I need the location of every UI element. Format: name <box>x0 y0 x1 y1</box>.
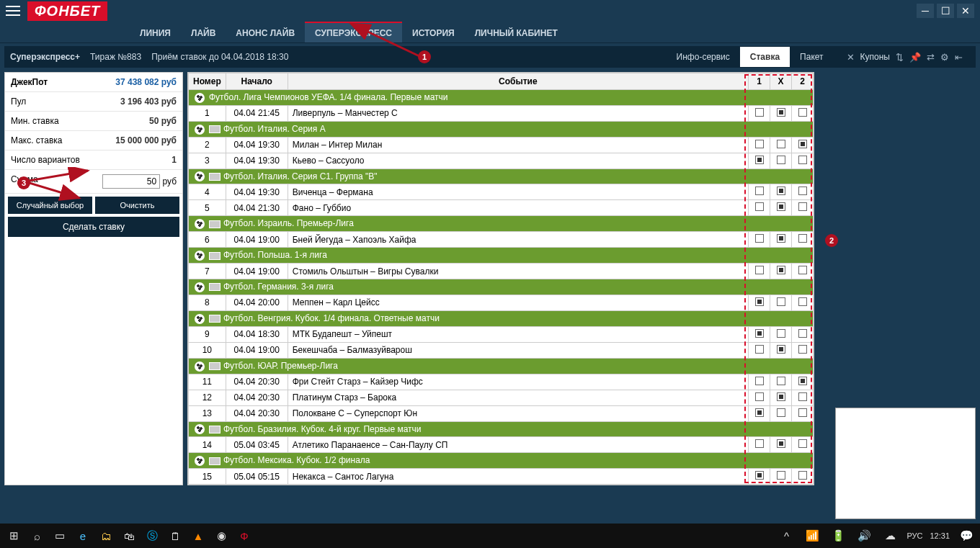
pick-checkbox-2[interactable] <box>798 329 807 338</box>
event-name: Меппен – Карл Цейсс <box>288 295 748 310</box>
event-name: Фри Стейт Старз – Кайзер Чифс <box>288 374 748 390</box>
vlc-icon[interactable]: ▲ <box>189 526 208 545</box>
explorer-icon[interactable]: 🗂 <box>97 526 115 545</box>
start-icon[interactable]: ⊞ <box>4 526 23 545</box>
keyboard-lang[interactable]: РУС <box>906 531 922 540</box>
pick-checkbox-2[interactable] <box>798 266 807 274</box>
pick-checkbox-1[interactable] <box>755 377 764 385</box>
close-button[interactable]: ✕ <box>957 4 974 18</box>
subtab-1[interactable]: Пакет <box>790 47 833 67</box>
sort-icon[interactable]: ⇅ <box>896 52 904 63</box>
pick-checkbox-2[interactable] <box>798 439 807 448</box>
pick-checkbox-x[interactable] <box>777 156 785 164</box>
onedrive-icon[interactable]: ☁ <box>881 526 899 545</box>
notes-icon[interactable]: 🗒 <box>166 526 184 545</box>
pick-checkbox-2[interactable] <box>798 345 807 354</box>
pick-checkbox-2[interactable] <box>798 187 807 195</box>
taskview-icon[interactable]: ▭ <box>50 526 69 545</box>
nav-tab-2[interactable]: АНОНС ЛАЙВ <box>226 22 305 42</box>
pick-checkbox-1[interactable] <box>755 439 764 448</box>
pick-checkbox-2[interactable] <box>798 202 807 211</box>
nav-tab-1[interactable]: ЛАЙВ <box>181 22 226 42</box>
football-icon <box>195 171 205 181</box>
football-icon <box>195 361 205 372</box>
pick-checkbox-1[interactable] <box>755 329 764 338</box>
fonbet-icon[interactable]: Ф <box>235 526 254 545</box>
pick-checkbox-2[interactable] <box>798 108 807 117</box>
pin-icon[interactable]: 📌 <box>909 52 921 63</box>
pick-checkbox-x[interactable] <box>777 408 785 417</box>
info-service-link[interactable]: Инфо-сервис <box>667 47 740 67</box>
clear-button[interactable]: Очистить <box>95 197 179 214</box>
battery-icon[interactable]: 🔋 <box>829 526 847 545</box>
pick-checkbox-x[interactable] <box>777 345 785 354</box>
pick-checkbox-1[interactable] <box>755 297 764 306</box>
event-name: Виченца – Фермана <box>288 184 748 200</box>
pick-checkbox-x[interactable] <box>777 439 785 448</box>
swap-icon[interactable]: ⇄ <box>927 52 935 63</box>
notifications-icon[interactable]: 💬 <box>957 526 976 545</box>
close-icon[interactable]: ✕ <box>847 52 855 63</box>
pick-checkbox-x[interactable] <box>777 187 785 195</box>
pick-checkbox-2[interactable] <box>798 471 807 480</box>
menu-icon[interactable] <box>6 6 20 16</box>
maximize-button[interactable]: ☐ <box>937 4 954 18</box>
pick-checkbox-1[interactable] <box>755 202 764 211</box>
pick-checkbox-x[interactable] <box>777 108 785 117</box>
pick-checkbox-x[interactable] <box>777 329 785 338</box>
pick-checkbox-x[interactable] <box>777 234 785 243</box>
pick-checkbox-2[interactable] <box>798 408 807 417</box>
pick-checkbox-2[interactable] <box>798 234 807 243</box>
store-icon[interactable]: 🛍 <box>120 526 138 545</box>
event-row: 504.04 21:30Фано – Губбио <box>189 200 814 216</box>
wifi-icon[interactable]: 📶 <box>803 526 821 545</box>
pick-checkbox-x[interactable] <box>777 377 785 385</box>
pick-checkbox-2[interactable] <box>798 297 807 306</box>
sum-input[interactable] <box>102 174 160 189</box>
chrome-icon[interactable]: ◉ <box>212 526 231 545</box>
group-row: Футбол. Венгрия. Кубок. 1/4 финала. Отве… <box>189 310 814 326</box>
pick-checkbox-x[interactable] <box>777 297 785 306</box>
random-button[interactable]: Случайный выбор <box>8 197 92 214</box>
tray-chevron-icon[interactable]: ^ <box>777 526 796 545</box>
volume-icon[interactable]: 🔊 <box>855 526 873 545</box>
pick-checkbox-x[interactable] <box>777 266 785 274</box>
pick-checkbox-1[interactable] <box>755 108 764 117</box>
football-icon <box>195 314 205 324</box>
pick-checkbox-2[interactable] <box>798 156 807 164</box>
pick-checkbox-1[interactable] <box>755 156 764 164</box>
pick-checkbox-x[interactable] <box>777 140 785 148</box>
skype-icon[interactable]: Ⓢ <box>143 526 161 545</box>
pick-checkbox-x[interactable] <box>777 202 785 211</box>
collapse-icon[interactable]: ⇤ <box>955 52 963 63</box>
nav-tab-3[interactable]: СУПЕРЭКСПРЕСС <box>305 22 402 42</box>
event-time: 04.04 19:00 <box>226 342 288 358</box>
search-icon[interactable]: ⌕ <box>27 526 46 545</box>
col-start: Начало <box>226 73 288 90</box>
edge-icon[interactable]: e <box>74 526 92 545</box>
pick-checkbox-2[interactable] <box>798 140 807 148</box>
pick-checkbox-1[interactable] <box>755 471 764 480</box>
submit-bet-button[interactable]: Сделать ставку <box>8 217 179 237</box>
pick-checkbox-1[interactable] <box>755 266 764 274</box>
nav-tab-4[interactable]: ИСТОРИЯ <box>402 22 465 42</box>
pick-checkbox-1[interactable] <box>755 187 764 195</box>
nav-tab-5[interactable]: ЛИЧНЫЙ КАБИНЕТ <box>465 22 568 42</box>
subtab-0[interactable]: Ставка <box>740 47 790 67</box>
pick-checkbox-2[interactable] <box>798 377 807 385</box>
pick-checkbox-1[interactable] <box>755 345 764 354</box>
pick-checkbox-1[interactable] <box>755 234 764 243</box>
event-row: 904.04 18:30МТК Будапешт – Уйпешт <box>189 326 814 342</box>
pick-checkbox-1[interactable] <box>755 408 764 417</box>
nav-tab-0[interactable]: ЛИНИЯ <box>130 22 181 42</box>
pick-checkbox-x[interactable] <box>777 471 785 480</box>
clock[interactable]: 12:31 <box>930 531 950 540</box>
event-time: 04.04 18:30 <box>226 326 288 342</box>
minimize-button[interactable]: ─ <box>917 4 934 18</box>
pick-checkbox-x[interactable] <box>777 392 785 401</box>
gear-icon[interactable]: ⚙ <box>940 52 949 63</box>
pick-checkbox-2[interactable] <box>798 392 807 401</box>
event-name: Стомиль Ольштын – Вигры Сувалки <box>288 264 748 279</box>
pick-checkbox-1[interactable] <box>755 392 764 401</box>
pick-checkbox-1[interactable] <box>755 140 764 148</box>
